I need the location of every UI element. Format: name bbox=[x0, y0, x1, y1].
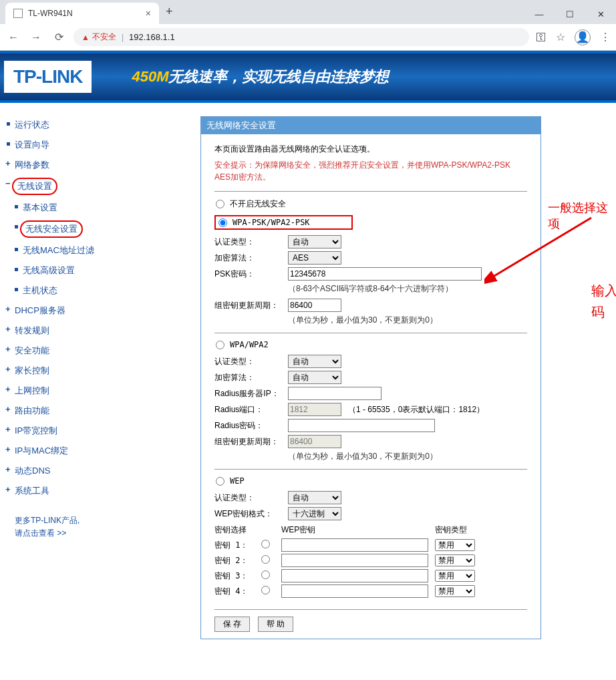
browser-chrome: TL-WR941N × + — ☐ ✕ ← → ⟳ ▲ 不安全 | 192.16… bbox=[0, 0, 616, 51]
select-weptype-3[interactable]: 禁用 bbox=[435, 570, 475, 582]
input-wepkey-1[interactable] bbox=[281, 538, 428, 552]
select-weptype-4[interactable]: 禁用 bbox=[435, 585, 475, 597]
warning-text: 安全提示：为保障网络安全，强烈推荐开启安全设置，并使用WPA-PSK/WPA2-… bbox=[214, 159, 527, 183]
banner: TP-LINK 450M无线速率，实现无线自由连接梦想 bbox=[0, 51, 616, 103]
sidebar-item-wireless[interactable]: 无线设置 bbox=[4, 175, 110, 198]
radio-wepkey-2[interactable] bbox=[261, 555, 270, 564]
save-button[interactable]: 保 存 bbox=[214, 617, 250, 632]
input-psk[interactable] bbox=[288, 267, 482, 281]
sidebar-item-dhcp[interactable]: DHCP服务器 bbox=[4, 301, 110, 321]
sidebar-item-system[interactable]: 系统工具 bbox=[4, 481, 110, 501]
sidebar-item-status[interactable]: 运行状态 bbox=[4, 115, 110, 135]
annotation-enter-password: 输入你想设置的WiFi密码 bbox=[591, 280, 616, 323]
tab-title: TL-WR941N bbox=[28, 9, 73, 18]
reload-icon[interactable]: ⟳ bbox=[51, 31, 67, 43]
logo: TP-LINK bbox=[4, 61, 92, 93]
sidebar-item-network[interactable]: 网络参数 bbox=[4, 155, 110, 175]
panel-title: 无线网络安全设置 bbox=[201, 117, 541, 134]
select-encrypt-1[interactable]: AES bbox=[288, 251, 341, 265]
psk-hint: （8-63个ASCII码字符或8-64个十六进制字符） bbox=[288, 283, 527, 295]
sidebar-item-bandwidth[interactable]: IP带宽控制 bbox=[4, 421, 110, 441]
insecure-badge: ▲ 不安全 bbox=[82, 31, 116, 43]
help-button[interactable]: 帮 助 bbox=[258, 617, 293, 632]
sidebar-item-ipmac[interactable]: IP与MAC绑定 bbox=[4, 441, 110, 461]
radio-wpa[interactable] bbox=[216, 341, 224, 349]
maximize-icon[interactable]: ☐ bbox=[555, 4, 585, 24]
wep-row-3: 密钥 3： 禁用 bbox=[214, 569, 527, 582]
star-icon[interactable]: ☆ bbox=[556, 31, 565, 43]
forward-icon[interactable]: → bbox=[28, 31, 44, 43]
page-icon bbox=[13, 9, 23, 18]
intro-text: 本页面设置路由器无线网络的安全认证选项。 bbox=[214, 144, 527, 155]
select-weptype-1[interactable]: 禁用 bbox=[435, 539, 475, 551]
radio-disable[interactable] bbox=[216, 200, 224, 208]
label-wep: WEP bbox=[230, 476, 245, 486]
annotation-select-this: 一般选择这项 bbox=[548, 200, 616, 232]
new-tab-button[interactable]: + bbox=[159, 0, 180, 24]
sidebar: 运行状态 设置向导 网络参数 无线设置 基本设置 无线安全设置 无线MAC地址过… bbox=[0, 103, 114, 653]
sidebar-item-forward[interactable]: 转发规则 bbox=[4, 321, 110, 341]
wep-row-2: 密钥 2： 禁用 bbox=[214, 554, 527, 567]
input-radius-pw[interactable] bbox=[288, 419, 435, 432]
rekey-hint-1: （单位为秒，最小值为30，不更新则为0） bbox=[288, 315, 527, 326]
radio-wepkey-3[interactable] bbox=[261, 570, 270, 579]
input-radius-ip[interactable] bbox=[288, 387, 381, 400]
input-wepkey-2[interactable] bbox=[281, 554, 428, 567]
warning-icon: ▲ bbox=[82, 33, 90, 42]
address-bar[interactable]: ▲ 不安全 | 192.168.1.1 bbox=[73, 28, 529, 46]
select-weptype-2[interactable]: 禁用 bbox=[435, 554, 475, 566]
minimize-icon[interactable]: — bbox=[524, 4, 555, 24]
input-wepkey-4[interactable] bbox=[281, 584, 428, 598]
sidebar-item-parental[interactable]: 家长控制 bbox=[4, 361, 110, 381]
back-icon[interactable]: ← bbox=[5, 31, 21, 43]
select-auth-type-3[interactable]: 自动 bbox=[288, 491, 341, 504]
sidebar-item-hoststatus[interactable]: 主机状态 bbox=[4, 281, 110, 301]
sidebar-item-routing[interactable]: 路由功能 bbox=[4, 401, 110, 421]
radio-wpapsk[interactable] bbox=[218, 218, 227, 227]
key-icon[interactable]: ⚿ bbox=[536, 31, 547, 43]
input-radius-port bbox=[288, 403, 341, 416]
label-wpapsk: WPA-PSK/WPA2-PSK bbox=[233, 218, 310, 227]
radio-wepkey-1[interactable] bbox=[261, 540, 270, 548]
close-tab-icon[interactable]: × bbox=[146, 8, 151, 19]
select-encrypt-2[interactable]: 自动 bbox=[288, 371, 341, 384]
input-rekey-2 bbox=[288, 435, 341, 448]
close-window-icon[interactable]: ✕ bbox=[585, 4, 616, 24]
sidebar-item-advanced[interactable]: 无线高级设置 bbox=[4, 261, 110, 281]
rekey-hint-2: （单位为秒，最小值为30，不更新则为0） bbox=[288, 451, 527, 462]
settings-panel: 无线网络安全设置 本页面设置路由器无线网络的安全认证选项。 安全提示：为保障网络… bbox=[200, 116, 541, 639]
profile-icon[interactable]: 👤 bbox=[575, 29, 591, 45]
sidebar-item-securityfn[interactable]: 安全功能 bbox=[4, 341, 110, 361]
browser-tab[interactable]: TL-WR941N × bbox=[5, 3, 159, 24]
url-text: 192.168.1.1 bbox=[129, 32, 175, 42]
wep-row-4: 密钥 4： 禁用 bbox=[214, 584, 527, 598]
select-auth-type-1[interactable]: 自动 bbox=[288, 235, 341, 248]
input-wepkey-3[interactable] bbox=[281, 569, 428, 582]
sidebar-item-security[interactable]: 无线安全设置 bbox=[4, 218, 110, 240]
sidebar-item-macfilter[interactable]: 无线MAC地址过滤 bbox=[4, 240, 110, 261]
sidebar-item-basic[interactable]: 基本设置 bbox=[4, 198, 110, 218]
input-rekey-1[interactable] bbox=[288, 299, 341, 312]
more-products-link[interactable]: 更多TP-LINK产品, 请点击查看 >> bbox=[4, 514, 110, 540]
radio-wepkey-4[interactable] bbox=[261, 586, 270, 594]
label-disable: 不开启无线安全 bbox=[230, 198, 286, 210]
sidebar-item-access[interactable]: 上网控制 bbox=[4, 381, 110, 401]
label-wpa: WPA/WPA2 bbox=[230, 340, 269, 349]
select-auth-type-2[interactable]: 自动 bbox=[288, 355, 341, 368]
main-content: 无线网络安全设置 本页面设置路由器无线网络的安全认证选项。 安全提示：为保障网络… bbox=[114, 103, 616, 653]
menu-icon[interactable]: ⋮ bbox=[600, 31, 611, 43]
slogan: 450M无线速率，实现无线自由连接梦想 bbox=[132, 67, 389, 87]
wep-row-1: 密钥 1： 禁用 bbox=[214, 538, 527, 552]
radio-wep[interactable] bbox=[216, 477, 224, 486]
sidebar-item-wizard[interactable]: 设置向导 bbox=[4, 135, 110, 155]
sidebar-item-ddns[interactable]: 动态DNS bbox=[4, 461, 110, 481]
select-wep-format[interactable]: 十六进制 bbox=[288, 507, 341, 520]
